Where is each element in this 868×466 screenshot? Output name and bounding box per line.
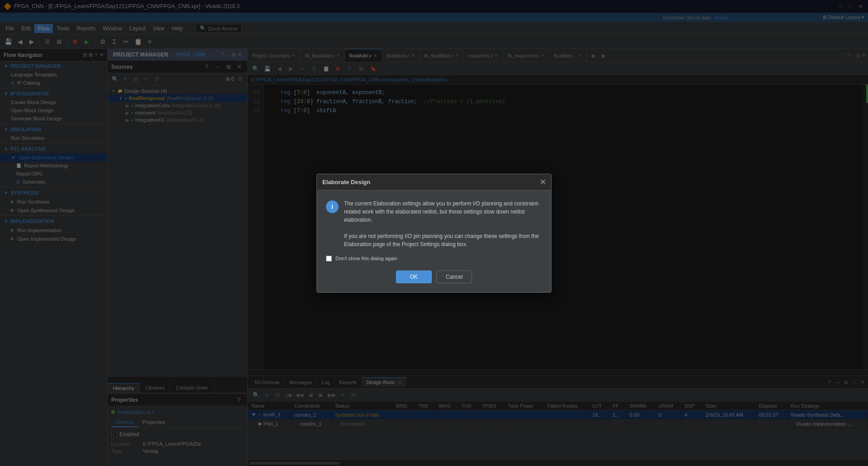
dialog-message: The current Elaboration settings allow y… [344,200,542,248]
dialog-title-bar: Elaborate Design ✕ [317,174,551,190]
dialog-info-icon: i [326,200,339,213]
dialog-info-section: i The current Elaboration settings allow… [326,200,542,248]
dialog-overlay[interactable]: Elaborate Design ✕ i The current Elabora… [0,0,868,466]
dialog-ok-button[interactable]: OK [396,271,432,283]
dialog-title-text: Elaborate Design [322,179,370,185]
dialog-close-button[interactable]: ✕ [540,178,546,186]
dialog-buttons: OK Cancel [326,271,542,283]
elaborate-design-dialog: Elaborate Design ✕ i The current Elabora… [316,174,552,293]
dont-show-label: Don't show this dialog again [335,256,397,261]
dialog-checkbox-row: Don't show this dialog again [326,256,542,262]
dialog-cancel-button[interactable]: Cancel [436,271,472,283]
dialog-body: i The current Elaboration settings allow… [317,190,551,292]
dont-show-checkbox[interactable] [326,256,332,262]
